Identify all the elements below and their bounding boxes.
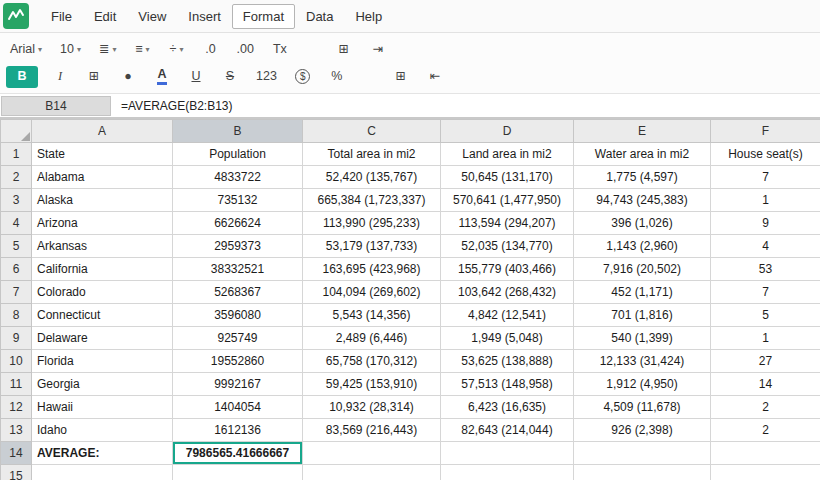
cell-B1[interactable]: Population bbox=[173, 143, 303, 166]
number-format-button[interactable]: 123 bbox=[252, 66, 281, 88]
cell-C7[interactable]: 104,094 (269,602) bbox=[303, 281, 441, 304]
strikethrough-button[interactable]: S bbox=[218, 66, 242, 88]
cell-D10[interactable]: 53,625 (138,888) bbox=[441, 350, 574, 373]
col-header-C[interactable]: C bbox=[303, 120, 441, 143]
cell-D3[interactable]: 570,641 (1,477,950) bbox=[441, 189, 574, 212]
wrap-text-button[interactable]: ⇥ bbox=[366, 39, 390, 61]
cell-D6[interactable]: 155,779 (403,466) bbox=[441, 258, 574, 281]
cell-E5[interactable]: 1,143 (2,960) bbox=[574, 235, 711, 258]
row-header-5[interactable]: 5 bbox=[1, 235, 32, 258]
cell-F8[interactable]: 5 bbox=[711, 304, 820, 327]
currency-button[interactable]: $ bbox=[291, 66, 315, 88]
cell-B11[interactable]: 9992167 bbox=[173, 373, 303, 396]
cell-D1[interactable]: Land area in mi2 bbox=[441, 143, 574, 166]
cell-C15[interactable] bbox=[303, 465, 441, 480]
cell-D14[interactable] bbox=[441, 442, 574, 465]
clear-formatting-button[interactable]: Tx bbox=[268, 39, 292, 61]
cell-B4[interactable]: 6626624 bbox=[173, 212, 303, 235]
cell-A14[interactable]: AVERAGE: bbox=[32, 442, 173, 465]
vertical-align-dropdown[interactable]: ÷▾ bbox=[164, 39, 188, 61]
cell-F2[interactable]: 7 bbox=[711, 166, 820, 189]
menu-format[interactable]: Format bbox=[232, 4, 295, 29]
cell-A2[interactable]: Alabama bbox=[32, 166, 173, 189]
underline-button[interactable]: U bbox=[184, 66, 208, 88]
menu-edit[interactable]: Edit bbox=[83, 4, 127, 29]
menu-help[interactable]: Help bbox=[344, 4, 393, 29]
menu-data[interactable]: Data bbox=[295, 4, 344, 29]
cell-C10[interactable]: 65,758 (170,312) bbox=[303, 350, 441, 373]
cell-B8[interactable]: 3596080 bbox=[173, 304, 303, 327]
cell-F5[interactable]: 4 bbox=[711, 235, 820, 258]
cell-E12[interactable]: 4,509 (11,678) bbox=[574, 396, 711, 419]
cell-D7[interactable]: 103,642 (268,432) bbox=[441, 281, 574, 304]
cell-C8[interactable]: 5,543 (14,356) bbox=[303, 304, 441, 327]
cell-D12[interactable]: 6,423 (16,635) bbox=[441, 396, 574, 419]
cell-F15[interactable] bbox=[711, 465, 820, 480]
row-header-2[interactable]: 2 bbox=[1, 166, 32, 189]
cell-reference-box[interactable]: B14 bbox=[1, 96, 111, 116]
cell-A15[interactable] bbox=[32, 465, 173, 480]
cell-F9[interactable]: 1 bbox=[711, 327, 820, 350]
cell-C4[interactable]: 113,990 (295,233) bbox=[303, 212, 441, 235]
cell-E13[interactable]: 926 (2,398) bbox=[574, 419, 711, 442]
cell-F10[interactable]: 27 bbox=[711, 350, 820, 373]
italic-button[interactable]: I bbox=[48, 66, 72, 88]
fill-color-button[interactable]: ● bbox=[116, 66, 140, 88]
cell-E10[interactable]: 12,133 (31,424) bbox=[574, 350, 711, 373]
font-family-dropdown[interactable]: Arial▾ bbox=[6, 39, 46, 61]
cell-B9[interactable]: 925749 bbox=[173, 327, 303, 350]
cell-A13[interactable]: Idaho bbox=[32, 419, 173, 442]
row-header-4[interactable]: 4 bbox=[1, 212, 32, 235]
cell-E2[interactable]: 1,775 (4,597) bbox=[574, 166, 711, 189]
cell-B2[interactable]: 4833722 bbox=[173, 166, 303, 189]
increase-decimal-button[interactable]: .00 bbox=[232, 39, 257, 61]
cell-B10[interactable]: 19552860 bbox=[173, 350, 303, 373]
row-header-15[interactable]: 15 bbox=[1, 465, 32, 480]
cell-E8[interactable]: 701 (1,816) bbox=[574, 304, 711, 327]
cell-D15[interactable] bbox=[441, 465, 574, 480]
cell-A4[interactable]: Arizona bbox=[32, 212, 173, 235]
col-header-F[interactable]: F bbox=[711, 120, 820, 143]
cell-E14[interactable] bbox=[574, 442, 711, 465]
cell-F7[interactable]: 7 bbox=[711, 281, 820, 304]
cell-F6[interactable]: 53 bbox=[711, 258, 820, 281]
select-all-corner[interactable] bbox=[1, 120, 32, 143]
cell-B13[interactable]: 1612136 bbox=[173, 419, 303, 442]
row-header-10[interactable]: 10 bbox=[1, 350, 32, 373]
cell-A5[interactable]: Arkansas bbox=[32, 235, 173, 258]
cell-A3[interactable]: Alaska bbox=[32, 189, 173, 212]
cell-D9[interactable]: 1,949 (5,048) bbox=[441, 327, 574, 350]
cell-D4[interactable]: 113,594 (294,207) bbox=[441, 212, 574, 235]
percent-button[interactable]: % bbox=[325, 66, 349, 88]
cell-F1[interactable]: House seat(s) bbox=[711, 143, 820, 166]
cell-F13[interactable]: 2 bbox=[711, 419, 820, 442]
cell-E7[interactable]: 452 (1,171) bbox=[574, 281, 711, 304]
cell-C9[interactable]: 2,489 (6,446) bbox=[303, 327, 441, 350]
cell-B6[interactable]: 38332521 bbox=[173, 258, 303, 281]
cell-D5[interactable]: 52,035 (134,770) bbox=[441, 235, 574, 258]
cell-C3[interactable]: 665,384 (1,723,337) bbox=[303, 189, 441, 212]
cell-C6[interactable]: 163,695 (423,968) bbox=[303, 258, 441, 281]
merge-cells-button[interactable]: ⊞ bbox=[332, 39, 356, 61]
cell-A6[interactable]: California bbox=[32, 258, 173, 281]
cell-A8[interactable]: Connecticut bbox=[32, 304, 173, 327]
cell-C5[interactable]: 53,179 (137,733) bbox=[303, 235, 441, 258]
col-header-A[interactable]: A bbox=[32, 120, 173, 143]
row-header-11[interactable]: 11 bbox=[1, 373, 32, 396]
text-color-button[interactable]: A bbox=[150, 66, 174, 88]
menu-view[interactable]: View bbox=[127, 4, 177, 29]
line-style-dropdown[interactable]: ≣▾ bbox=[95, 39, 121, 61]
row-header-3[interactable]: 3 bbox=[1, 189, 32, 212]
cell-C2[interactable]: 52,420 (135,767) bbox=[303, 166, 441, 189]
cell-A10[interactable]: Florida bbox=[32, 350, 173, 373]
cell-E15[interactable] bbox=[574, 465, 711, 480]
insert-table-button[interactable]: ⊞ bbox=[82, 66, 106, 88]
cell-C14[interactable] bbox=[303, 442, 441, 465]
row-header-1[interactable]: 1 bbox=[1, 143, 32, 166]
borders-button[interactable]: ⊞ bbox=[389, 66, 413, 88]
cell-C11[interactable]: 59,425 (153,910) bbox=[303, 373, 441, 396]
row-header-6[interactable]: 6 bbox=[1, 258, 32, 281]
row-header-7[interactable]: 7 bbox=[1, 281, 32, 304]
cell-E1[interactable]: Water area in mi2 bbox=[574, 143, 711, 166]
row-header-13[interactable]: 13 bbox=[1, 419, 32, 442]
